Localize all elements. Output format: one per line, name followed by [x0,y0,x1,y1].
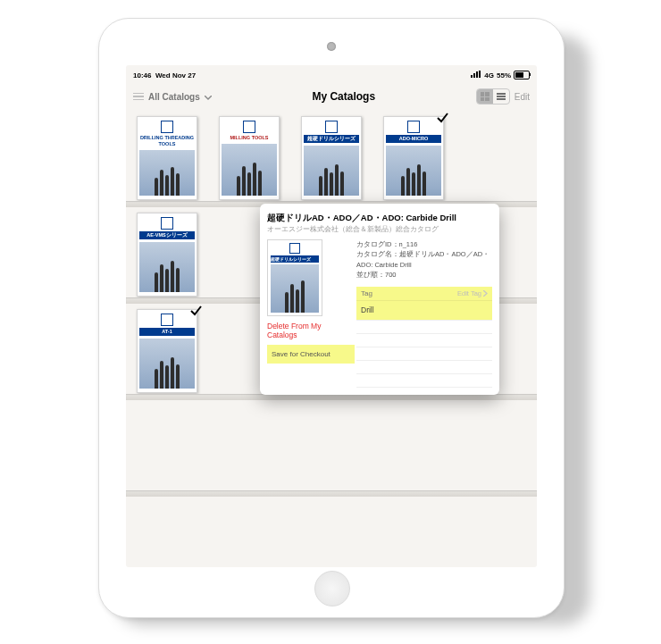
battery-label: 55% [497,71,511,79]
checkmark-icon [436,112,448,124]
catalog-detail-popup: 超硬ドリルAD・ADO／AD・ADO: Carbide Drill オーエスジー… [260,204,499,395]
catalog-title: AT-1 [139,328,195,336]
brand-logo-icon [289,243,300,254]
chevron-down-icon [205,92,212,102]
chevron-right-icon [483,290,488,297]
catalog-title: 超硬ドリルシリーズ [304,135,359,143]
status-time: 10:46 [133,71,151,79]
tag-value[interactable]: Drill [356,301,492,321]
save-for-checkout-button[interactable]: Save for Checkout [267,345,355,364]
list-item [356,347,492,361]
catalog-title: DRILLING THREADING TOOLS [139,135,195,147]
catalog-item[interactable]: AT-1 [137,309,197,393]
view-toggle[interactable] [476,88,510,105]
edit-button[interactable]: Edit [515,92,530,102]
ipad-frame: 10:46 Wed Nov 27 4G 55% All Catalogs [98,18,565,618]
shelf-row [126,497,537,567]
brand-logo-icon [325,121,338,133]
list-item [356,374,492,388]
brand-logo-icon [161,217,173,230]
screen: 10:46 Wed Nov 27 4G 55% All Catalogs [126,65,537,567]
page-title: My Catalogs [312,90,375,103]
catalog-item[interactable]: AE-VMSシリーズ [137,213,197,297]
home-button[interactable] [314,571,350,606]
battery-icon [514,71,530,79]
status-bar: 10:46 Wed Nov 27 4G 55% [126,65,537,82]
tag-label: Tag [361,289,372,297]
svg-rect-0 [471,75,473,78]
brand-logo-icon [161,121,173,133]
nav-bar: All Catalogs My Catalogs [126,82,537,111]
catalog-item[interactable]: DRILLING THREADING TOOLS [137,116,197,200]
checkmark-icon [189,305,202,317]
catalog-item[interactable]: ADO-MICRO [383,116,444,200]
popup-subtitle: オーエスジー株式会社（総合＆新製品）総合カタログ [267,225,492,234]
catalog-item[interactable]: 超硬ドリルシリーズ [301,116,362,200]
shelf-row: DRILLING THREADING TOOLS MILLING TOOLS 超… [126,111,537,207]
menu-icon [133,93,144,101]
list-item [356,361,492,374]
svg-rect-2 [476,71,478,78]
catalog-title: MILLING TOOLS [230,135,269,141]
brand-logo-icon [407,121,420,133]
popup-title: 超硬ドリルAD・ADO／AD・ADO: Carbide Drill [267,213,492,224]
thumb-title: 超硬ドリルシリーズ [271,255,319,263]
status-date: Wed Nov 27 [155,71,196,79]
list-view-button[interactable] [493,89,509,104]
catalog-item[interactable]: MILLING TOOLS [219,116,280,200]
shelf-row [126,400,537,497]
svg-rect-3 [479,71,481,78]
filter-dropdown[interactable]: All Catalogs [133,92,212,102]
network-label: 4G [484,71,494,79]
list-item [356,321,492,334]
list-icon [497,93,506,100]
brand-logo-icon [161,314,173,326]
brand-logo-icon [243,121,255,133]
status-left: 10:46 Wed Nov 27 [133,71,196,79]
list-item [356,334,492,347]
catalog-title: AE-VMSシリーズ [139,231,195,239]
camera-dot [327,42,336,51]
catalog-title: ADO-MICRO [386,135,441,143]
grid-view-button[interactable] [477,89,493,104]
grid-icon [481,92,489,101]
tag-header: Tag Edit Tag [356,287,492,301]
status-right: 4G 55% [471,71,530,79]
filter-label: All Catalogs [148,92,200,102]
popup-thumbnail: 超硬ドリルシリーズ [267,239,322,316]
edit-tag-button[interactable]: Edit Tag [457,289,488,297]
svg-rect-1 [473,73,475,78]
popup-metadata: カタログID：n_116 カタログ名：超硬ドリルAD・ADO／AD・ADO: C… [356,239,492,280]
delete-from-catalogs-button[interactable]: Delete From My Catalogs [267,322,349,339]
signal-icon [471,71,481,79]
